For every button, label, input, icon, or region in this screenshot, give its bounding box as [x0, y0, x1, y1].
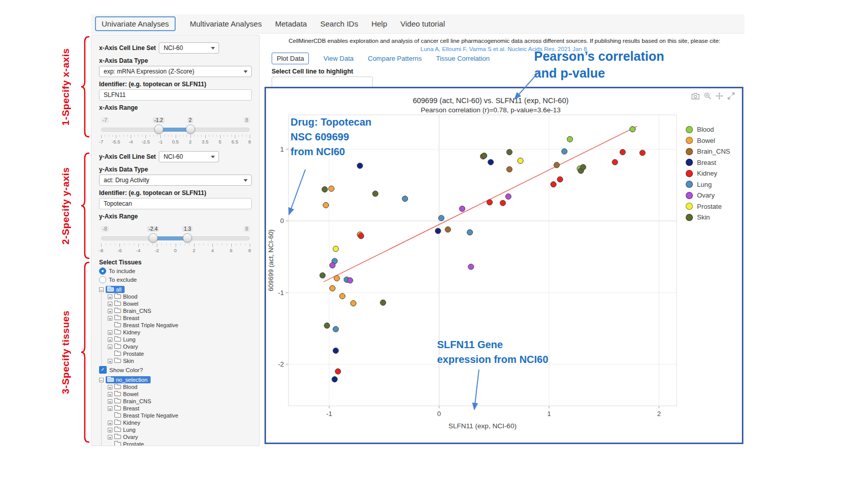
slider-handle-from[interactable] [154, 125, 163, 134]
collapse-icon[interactable]: − [99, 378, 104, 382]
y-data-type-select[interactable]: act: Drug Activity [99, 175, 252, 186]
y-cell-line-set-select[interactable]: NCI-60 [159, 151, 219, 162]
x-identifier-input[interactable] [99, 89, 252, 101]
pan-icon[interactable] [716, 92, 723, 100]
nav-item-univariate-analyses[interactable]: Univariate Analyses [95, 16, 176, 31]
citation-link[interactable]: Luna A, Elloumi F, Varma S et al. Nuclei… [266, 45, 743, 53]
legend-item-breast[interactable]: Breast [686, 157, 730, 168]
legend-item-bowel[interactable]: Bowel [686, 135, 730, 147]
legend-item-blood[interactable]: Blood [686, 124, 730, 135]
radio-to-exclude[interactable]: To exclude [99, 276, 252, 283]
tree-item-blood[interactable]: +Blood [108, 383, 252, 391]
slider-handle-from[interactable] [149, 233, 158, 242]
expand-icon[interactable]: + [108, 392, 112, 397]
tree-label-wrap: Blood [114, 294, 137, 300]
autoscale-icon[interactable] [728, 92, 735, 100]
x-data-type-select[interactable]: exp: mRNA Expression (Z-Score) [99, 66, 252, 77]
tree-item-prostate[interactable]: +Prostate [108, 441, 252, 446]
nav-item-video-tutorial[interactable]: Video tutorial [400, 17, 445, 31]
expand-icon[interactable]: + [108, 435, 112, 440]
tree-item-ovary[interactable]: +Ovary [108, 343, 252, 350]
drug-callout-line: from NCI60 [291, 144, 372, 159]
tab-tissue-correlation[interactable]: Tissue Correlation [436, 55, 490, 62]
tree-item-breast-triple-negative[interactable]: +Breast Triple Negative [108, 412, 252, 419]
tree-item-blood[interactable]: +Blood [108, 293, 252, 300]
expand-icon[interactable]: + [108, 385, 112, 389]
x-cell-line-set-select[interactable]: NCI-60 [159, 42, 219, 54]
tree-item-lung[interactable]: +Lung [108, 426, 252, 433]
tree-item-bowel[interactable]: +Bowel [108, 391, 252, 398]
legend-item-skin[interactable]: Skin [686, 212, 730, 223]
legend-item-prostate[interactable]: Prostate [686, 201, 730, 212]
show-color-row[interactable]: ✓ Show Color? [99, 366, 252, 374]
highlight-label: Select Cell line to highlight [272, 68, 353, 75]
expand-icon[interactable]: + [108, 316, 112, 321]
tree-item-ovary[interactable]: +Ovary [108, 433, 252, 441]
expand-icon[interactable]: + [108, 345, 112, 349]
tree-label-wrap: Ovary [114, 344, 138, 350]
expand-icon[interactable]: + [108, 295, 112, 299]
slider-tick-label: 8 [248, 248, 251, 253]
tissue-radio-group: To includeTo exclude [99, 267, 252, 283]
scatter-point [550, 182, 556, 187]
tab-view-data[interactable]: View Data [323, 55, 353, 62]
tab-plot-data[interactable]: Plot Data [272, 53, 309, 64]
scatter-point [620, 150, 625, 155]
tree-item-brain-cns[interactable]: +Brain_CNS [108, 307, 252, 314]
zoom-in-icon[interactable] [704, 92, 711, 100]
legend-item-ovary[interactable]: Ovary [686, 190, 730, 201]
expand-icon[interactable]: + [108, 399, 112, 404]
cellminercdb-app: Univariate AnalysesMultivariate Analyses… [0, 0, 868, 488]
nav-item-metadata[interactable]: Metadata [275, 17, 307, 31]
expand-icon[interactable]: + [108, 337, 112, 342]
folder-icon [114, 392, 121, 396]
radio-to-include[interactable]: To include [99, 267, 252, 275]
legend-item-lung[interactable]: Lung [686, 179, 730, 190]
legend-item-kidney[interactable]: Kidney [686, 168, 730, 179]
tree-item-prostate[interactable]: +Prostate [108, 350, 252, 357]
folder-icon [114, 302, 121, 306]
y-range-label: y-Axis Range [99, 213, 252, 220]
tree-item-brain-cns[interactable]: +Brain_CNS [108, 398, 252, 405]
tree-item-lung[interactable]: +Lung [108, 336, 252, 343]
y-identifier-input[interactable] [99, 198, 252, 209]
x-range-label: x-Axis Range [99, 104, 252, 111]
expand-icon[interactable]: + [108, 309, 112, 313]
folder-icon [114, 435, 121, 439]
nav-item-multivariate-analyses[interactable]: Multivariate Analyses [190, 17, 262, 31]
tree-label-wrap: Bowel [114, 301, 138, 307]
tree-label: Ovary [123, 344, 138, 350]
slider-handle-to[interactable] [183, 233, 192, 242]
expand-icon[interactable]: + [108, 302, 112, 306]
x-range-slider[interactable]: -78-1.22-7-5.5-4-2.5-10.523.556.58 [101, 120, 250, 145]
tree-item-bowel[interactable]: +Bowel [108, 300, 252, 307]
radio-button[interactable] [99, 267, 106, 275]
scatter-point [347, 278, 353, 283]
expand-icon[interactable]: + [108, 421, 112, 425]
camera-icon[interactable] [691, 92, 700, 100]
scatter-point [612, 159, 618, 165]
slider-tick-label: 5 [219, 139, 221, 144]
collapse-icon[interactable]: − [99, 287, 104, 292]
tree-item-breast[interactable]: +Breast [108, 314, 252, 322]
expand-icon[interactable]: + [108, 428, 112, 432]
tab-compare-patterns[interactable]: Compare Patterns [368, 55, 422, 62]
expand-icon[interactable]: + [108, 330, 112, 335]
tree-item-skin[interactable]: +Skin [108, 357, 252, 364]
expand-icon[interactable]: + [108, 359, 112, 363]
tree-item-all[interactable]: −all [99, 286, 252, 293]
legend-item-brain-cns[interactable]: Brain_CNS [686, 146, 730, 157]
slider-handle-to[interactable] [186, 125, 195, 134]
y-range-slider[interactable]: -88-2.41.3-8-6-4-202468 [101, 229, 250, 254]
expand-icon[interactable]: + [108, 406, 112, 411]
show-color-checkbox[interactable]: ✓ [99, 366, 107, 374]
scatter-point [340, 294, 345, 299]
tree-item-kidney[interactable]: +Kidney [108, 329, 252, 336]
tree-item-breast-triple-negative[interactable]: +Breast Triple Negative [108, 322, 252, 329]
tree-item-kidney[interactable]: +Kidney [108, 419, 252, 426]
tree-item-breast[interactable]: +Breast [108, 405, 252, 412]
radio-button[interactable] [99, 276, 106, 283]
tree-item-no-selection[interactable]: −no_selection [99, 376, 252, 383]
nav-item-help[interactable]: Help [371, 17, 387, 31]
nav-item-search-ids[interactable]: Search IDs [320, 17, 358, 31]
